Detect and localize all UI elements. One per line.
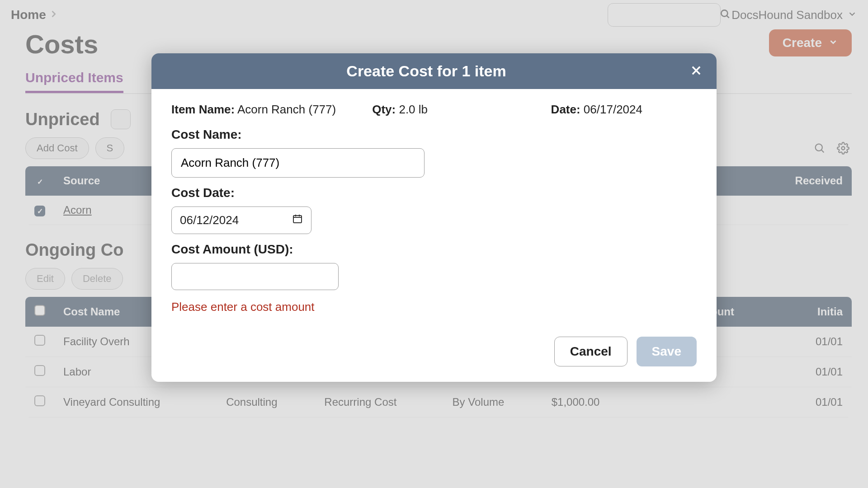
cost-amount-label: Cost Amount (USD): (171, 242, 697, 257)
qty-value: 2.0 lb (399, 103, 428, 116)
cancel-button[interactable]: Cancel (554, 337, 627, 366)
save-button[interactable]: Save (637, 337, 697, 366)
calendar-icon (292, 213, 303, 227)
item-summary-row: Item Name: Acorn Ranch (777) Qty: 2.0 lb… (171, 103, 697, 117)
modal-overlay: Create Cost for 1 item Item Name: Acorn … (0, 0, 868, 488)
qty-label: Qty: (372, 103, 396, 116)
date-label: Date: (551, 103, 580, 116)
item-name-value: Acorn Ranch (777) (237, 103, 336, 116)
create-cost-dialog: Create Cost for 1 item Item Name: Acorn … (151, 53, 717, 382)
dialog-header: Create Cost for 1 item (151, 53, 717, 89)
dialog-body: Item Name: Acorn Ranch (777) Qty: 2.0 lb… (151, 89, 717, 319)
cost-amount-input[interactable] (171, 263, 339, 290)
cost-name-input[interactable] (171, 148, 425, 178)
error-message: Please enter a cost amount (171, 300, 697, 314)
close-button[interactable] (689, 64, 704, 79)
cost-name-label: Cost Name: (171, 127, 697, 142)
dialog-title: Create Cost for 1 item (164, 62, 689, 80)
date-value: 06/17/2024 (584, 103, 642, 116)
cost-date-label: Cost Date: (171, 186, 697, 200)
svg-rect-7 (293, 216, 302, 223)
dialog-footer: Cancel Save (151, 319, 717, 382)
cost-date-input[interactable]: 06/12/2024 (171, 206, 311, 234)
close-icon (690, 64, 703, 79)
cost-date-value: 06/12/2024 (180, 213, 239, 227)
item-name-label: Item Name: (171, 103, 235, 116)
